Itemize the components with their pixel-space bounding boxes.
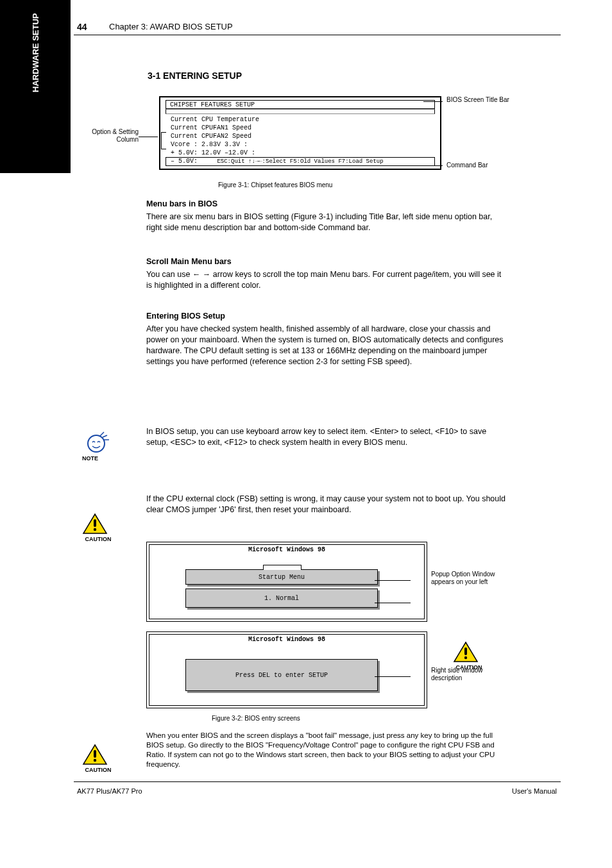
svg-rect-5: [464, 647, 467, 655]
sys2-title: Microsoft Windows 98: [147, 636, 427, 643]
system-box-2: Microsoft Windows 98 Press DEL to enter …: [146, 631, 427, 708]
sys1-bar2: 1. Normal: [185, 588, 378, 608]
callout-popup: Popup Option Window appears on your left: [431, 571, 514, 586]
callout-line: [375, 676, 411, 677]
svg-rect-8: [94, 750, 96, 758]
bios-title-bar: CHIPSET FEATURES SETUP: [166, 100, 435, 109]
option-bracket: [161, 132, 166, 149]
footer-rule: [74, 781, 561, 782]
sys2-bar: Press DEL to enter SETUP: [185, 659, 378, 691]
bios-opt: Current CPUFAN2 Speed: [171, 132, 259, 140]
footer-right: User's Manual: [512, 787, 557, 795]
svg-point-9: [94, 759, 96, 762]
callout-line: [375, 603, 411, 603]
para2-head: Scroll Main Menu bars: [146, 256, 232, 267]
svg-point-0: [88, 435, 105, 452]
sys-caption: Figure 3-2: BIOS entry screens: [212, 713, 300, 724]
sidebar-text: HARDWARE SETUP: [31, 13, 40, 92]
note-para1: In BIOS setup, you can use keyboard arro…: [146, 426, 506, 448]
page-number: 44: [77, 22, 87, 32]
header-rule: [74, 35, 561, 35]
bios-diagram: CHIPSET FEATURES SETUP Current CPU Tempe…: [159, 96, 441, 170]
sys1-bar1: Startup Menu: [185, 569, 378, 585]
bios-mid-band: [166, 109, 435, 114]
chapter-header: Chapter 3: AWARD BIOS SETUP: [109, 22, 233, 31]
bios-opt: + 5.0V: 12.0V –12.0V :: [171, 149, 259, 157]
para1-head: Menu bars in BIOS: [146, 199, 217, 210]
callout-line: [423, 165, 443, 166]
bios-opt: Vcore : 2.83V 3.3V :: [171, 140, 259, 149]
para1-body: There are six menu bars in BIOS setting …: [146, 212, 506, 233]
callout-line: [375, 580, 411, 581]
callout-options: Option & Setting Column: [89, 128, 139, 144]
caution-label: CAUTION: [453, 664, 485, 671]
bios-body: Current CPU Temperature Current CPUFAN1 …: [163, 115, 435, 157]
para2-body: You can use ← → arrow keys to scroll the…: [146, 269, 506, 291]
caution-text1: If the CPU external clock (FSB) setting …: [146, 494, 506, 515]
section-heading: 3-1 ENTERING SETUP: [148, 71, 242, 81]
bios-opt: Current CPU Temperature: [171, 115, 259, 124]
svg-rect-2: [94, 519, 96, 527]
note-label: NOTE: [82, 455, 114, 462]
sys1-bar1-text: Startup Menu: [259, 574, 305, 581]
sys1-title: Microsoft Windows 98: [147, 546, 427, 553]
callout-line: [139, 137, 158, 137]
callout-line: [423, 101, 443, 102]
footer-left: AK77 Plus/AK77 Pro: [77, 787, 142, 795]
caution-label: CAUTION: [82, 767, 114, 773]
para3-head: Entering BIOS Setup: [146, 311, 225, 322]
bios-command-bar: ESC:Quit ↑↓→←:Select F5:Old Values F7:Lo…: [166, 157, 435, 166]
callout-command: Command Bar: [446, 162, 523, 169]
tab-notch: [263, 565, 302, 570]
caution-icon: CAUTION: [82, 513, 114, 542]
bios-caption: Figure 3-1: Chipset features BIOS menu: [218, 179, 332, 190]
caution-icon: CAUTION: [82, 744, 114, 773]
bios-opt: Current CPUFAN1 Speed: [171, 124, 259, 132]
system-box-1: Microsoft Windows 98 Startup Menu 1. Nor…: [146, 542, 427, 622]
svg-point-3: [94, 528, 96, 531]
caution-label: CAUTION: [82, 536, 114, 542]
sidebar-label: HARDWARE SETUP: [0, 0, 71, 173]
note-icon: NOTE: [82, 428, 114, 462]
callout-bios-title: BIOS Screen Title Bar: [446, 96, 530, 104]
caution-text2: When you enter BIOS and the screen displ…: [146, 731, 506, 769]
para3-body: After you have checked system health, fi…: [146, 324, 506, 367]
svg-point-6: [464, 656, 467, 659]
caution-icon: CAUTION: [453, 641, 485, 671]
